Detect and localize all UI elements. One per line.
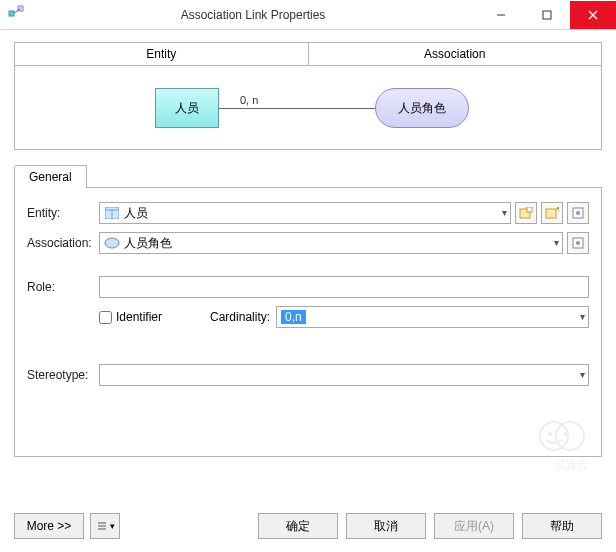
role-input[interactable]	[99, 276, 589, 298]
entity-dropdown[interactable]: 人员 ▾	[99, 202, 511, 224]
association-dropdown[interactable]: 人员角色 ▾	[99, 232, 563, 254]
apply-button[interactable]: 应用(A)	[434, 513, 514, 539]
svg-point-22	[540, 422, 568, 450]
more-button[interactable]: More >>	[14, 513, 84, 539]
entity-value: 人员	[124, 205, 148, 222]
list-icon	[96, 520, 108, 532]
entity-new-button[interactable]: ✶	[541, 202, 563, 224]
svg-rect-0	[9, 11, 14, 16]
chevron-down-icon: ▾	[580, 369, 585, 380]
association-icon	[104, 236, 120, 250]
help-button[interactable]: 帮助	[522, 513, 602, 539]
title-bar: Association Link Properties	[0, 0, 616, 30]
svg-point-25	[564, 432, 568, 436]
minimize-button[interactable]	[478, 1, 524, 29]
window-title: Association Link Properties	[28, 8, 478, 22]
watermark: 亿速云	[536, 418, 606, 472]
stereotype-dropdown[interactable]: ▾	[99, 364, 589, 386]
svg-rect-4	[543, 11, 551, 19]
cancel-button[interactable]: 取消	[346, 513, 426, 539]
tab-general[interactable]: General	[14, 165, 87, 188]
window-controls	[478, 1, 616, 29]
svg-point-23	[556, 422, 584, 450]
chevron-down-icon: ▾	[502, 207, 507, 218]
svg-point-18	[576, 241, 580, 245]
entity-browse-button[interactable]	[515, 202, 537, 224]
role-label: Role:	[27, 280, 99, 294]
association-value: 人员角色	[124, 235, 172, 252]
app-icon	[8, 5, 28, 25]
association-shape: 人员角色	[375, 88, 469, 128]
identifier-checkbox[interactable]: Identifier	[99, 310, 162, 324]
chevron-down-icon: ▾	[554, 237, 559, 248]
form-panel: Entity: 人员 ▾ ✶ Association: 人员角色 ▾ Role:	[14, 187, 602, 457]
chevron-down-icon: ▾	[580, 311, 585, 322]
svg-point-24	[548, 432, 552, 436]
top-tabs: Entity Association	[14, 42, 602, 66]
svg-point-16	[105, 238, 119, 248]
menu-button[interactable]: ▾	[90, 513, 120, 539]
cardinality-label: Cardinality:	[210, 310, 270, 324]
identifier-checkbox-input[interactable]	[99, 311, 112, 324]
entity-icon	[104, 206, 120, 220]
diagram-preview: 人员 0, n 人员角色	[14, 66, 602, 150]
link-line	[219, 108, 375, 109]
cardinality-dropdown[interactable]: 0,n ▾	[276, 306, 589, 328]
svg-rect-11	[527, 207, 532, 212]
bottom-bar: More >> ▾ 确定 取消 应用(A) 帮助	[14, 512, 602, 540]
entity-shape: 人员	[155, 88, 219, 128]
form-tabstrip: General	[14, 164, 602, 187]
stereotype-label: Stereotype:	[27, 368, 99, 382]
chevron-down-icon: ▾	[110, 521, 115, 531]
association-properties-button[interactable]	[567, 232, 589, 254]
svg-text:✶: ✶	[554, 207, 559, 215]
cardinality-value: 0,n	[281, 310, 306, 324]
tab-association-header[interactable]: Association	[309, 43, 602, 65]
ok-button[interactable]: 确定	[258, 513, 338, 539]
close-button[interactable]	[570, 1, 616, 29]
entity-properties-button[interactable]	[567, 202, 589, 224]
identifier-label: Identifier	[116, 310, 162, 324]
svg-point-15	[576, 211, 580, 215]
maximize-button[interactable]	[524, 1, 570, 29]
entity-label: Entity:	[27, 206, 99, 220]
tab-entity-header[interactable]: Entity	[15, 43, 309, 65]
link-cardinality-label: 0, n	[240, 94, 258, 106]
association-label: Association:	[27, 236, 99, 250]
